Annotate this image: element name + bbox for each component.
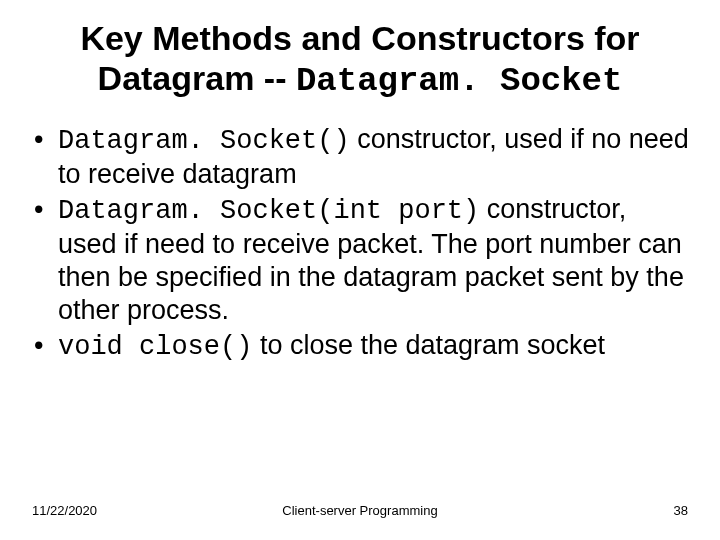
title-line1: Key Methods and Constructors for: [80, 19, 639, 57]
footer-date: 11/22/2020: [32, 503, 97, 518]
list-item: void close() to close the datagram socke…: [30, 329, 690, 364]
text-span: to close the datagram socket: [252, 330, 605, 360]
list-item: Datagram. Socket() constructor, used if …: [30, 123, 690, 191]
bullet-list: Datagram. Socket() constructor, used if …: [30, 123, 690, 364]
footer-subject: Client-server Programming: [32, 503, 688, 518]
code-span: Datagram. Socket(int port): [58, 196, 479, 226]
slide-footer: 11/22/2020 Client-server Programming 38: [32, 503, 688, 518]
code-span: void close(): [58, 332, 252, 362]
list-item: Datagram. Socket(int port) constructor, …: [30, 193, 690, 327]
title-line2-prefix: Datagram --: [98, 59, 296, 97]
code-span: Datagram. Socket(): [58, 126, 350, 156]
slide-title: Key Methods and Constructors for Datagra…: [30, 18, 690, 101]
footer-page: 38: [674, 503, 688, 518]
title-line2-mono: Datagram. Socket: [296, 62, 622, 100]
